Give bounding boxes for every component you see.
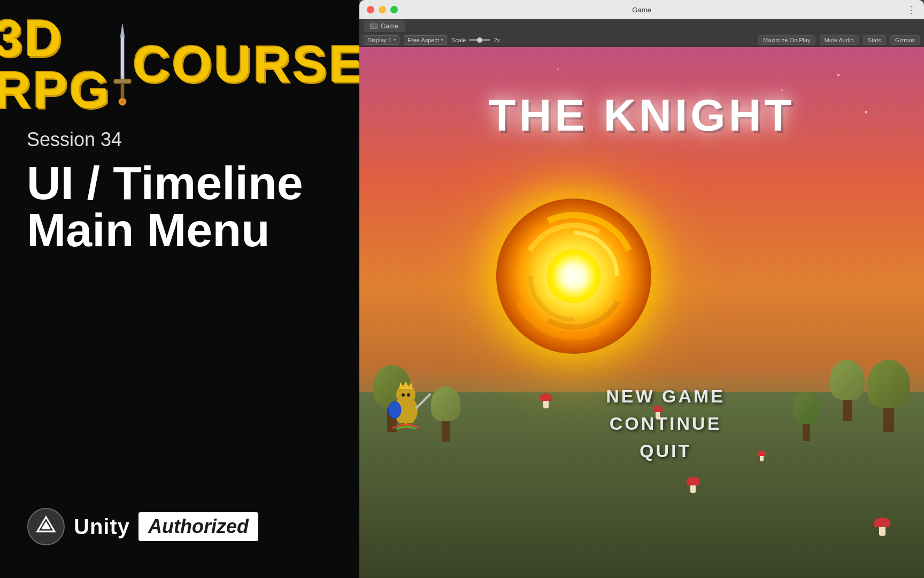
aspect-dropdown[interactable]: Free Aspect ▾: [404, 35, 447, 45]
left-panel: 3D RPG: [0, 0, 359, 578]
svg-point-14: [407, 393, 410, 397]
svg-point-13: [402, 393, 405, 397]
tree-right-2: [827, 360, 867, 419]
mushroom-4: [874, 518, 890, 536]
maximize-on-play-button[interactable]: Maximize On Play: [758, 35, 815, 45]
close-button[interactable]: [367, 6, 374, 13]
logo-text: 3D RPG: [0, 13, 365, 116]
game-scene: THE KNIGHT: [359, 47, 924, 578]
scale-slider[interactable]: [469, 39, 490, 41]
mushroom-2: [653, 406, 663, 419]
tab-bar: Game: [359, 19, 924, 33]
svg-line-15: [417, 394, 430, 408]
display-dropdown-arrow: ▾: [394, 37, 396, 42]
game-menu: NEW GAMECONTINUEQUIT: [606, 386, 725, 461]
scale-label: Scale: [451, 37, 466, 43]
svg-rect-17: [400, 423, 405, 429]
star-1: [837, 74, 840, 76]
svg-rect-6: [121, 37, 122, 76]
svg-point-16: [388, 401, 401, 419]
svg-rect-3: [121, 83, 124, 98]
menu-item-new-game[interactable]: NEW GAME: [606, 386, 725, 407]
svg-marker-0: [120, 24, 125, 37]
tree-right-1: [865, 360, 913, 429]
scale-control: Scale 2x: [451, 37, 500, 43]
svg-point-5: [121, 100, 124, 103]
portal: [494, 196, 654, 356]
logo-part2: COURSE: [133, 39, 366, 90]
logo-part1: 3D RPG: [0, 13, 112, 116]
star-4: [557, 69, 559, 70]
unity-label: Unity: [74, 515, 130, 539]
knight-character: [376, 370, 435, 429]
window-title: Game: [632, 6, 651, 14]
maximize-button[interactable]: [390, 6, 398, 13]
game-tab-icon: [370, 24, 378, 29]
tree-right-3: [790, 392, 822, 440]
logo-area: 3D RPG: [27, 21, 333, 107]
authorized-badge: Authorized: [138, 512, 258, 541]
unity-logo-icon: [27, 507, 65, 546]
title-line1: UI / Timeline: [27, 159, 303, 207]
stats-button[interactable]: Stats: [863, 35, 886, 45]
game-toolbar: Display 1 ▾ Free Aspect ▾ Scale 2x Maxim…: [359, 33, 924, 47]
mushroom-3: [687, 477, 699, 493]
mute-audio-button[interactable]: Mute Audio: [820, 35, 859, 45]
scale-slider-handle: [477, 37, 482, 43]
window-titlebar: Game ⋮: [359, 0, 924, 19]
svg-rect-2: [114, 79, 131, 83]
sword-icon: [110, 21, 135, 107]
minimize-button[interactable]: [379, 6, 386, 13]
aspect-dropdown-arrow: ▾: [441, 37, 443, 42]
mushroom-5: [757, 451, 766, 461]
unity-badge: Unity Authorized: [27, 507, 258, 546]
scale-value: 2x: [494, 37, 500, 43]
session-label: Session 34: [27, 128, 122, 151]
title-line2: Main Menu: [27, 207, 303, 254]
aspect-label: Free Aspect: [407, 37, 439, 43]
gizmos-button[interactable]: Gizmos: [890, 35, 920, 45]
game-tab-label: Game: [381, 22, 398, 30]
svg-marker-12: [399, 381, 413, 389]
main-title: UI / Timeline Main Menu: [27, 159, 303, 254]
logo-container: 3D RPG: [41, 21, 319, 107]
game-tab[interactable]: Game: [364, 20, 405, 32]
display-label: Display 1: [367, 37, 391, 43]
display-dropdown[interactable]: Display 1 ▾: [364, 35, 399, 45]
menu-item-quit[interactable]: QUIT: [640, 440, 691, 461]
menu-item-continue[interactable]: CONTINUE: [610, 413, 722, 434]
game-title: THE KNIGHT: [488, 89, 795, 141]
game-viewport: THE KNIGHT: [359, 47, 924, 578]
traffic-lights: [367, 6, 398, 13]
unity-editor-window: Game ⋮ Game Display 1 ▾ Free Aspect ▾ Sc…: [359, 0, 924, 578]
window-more-icon[interactable]: ⋮: [906, 4, 917, 16]
mushroom-1: [540, 393, 552, 408]
